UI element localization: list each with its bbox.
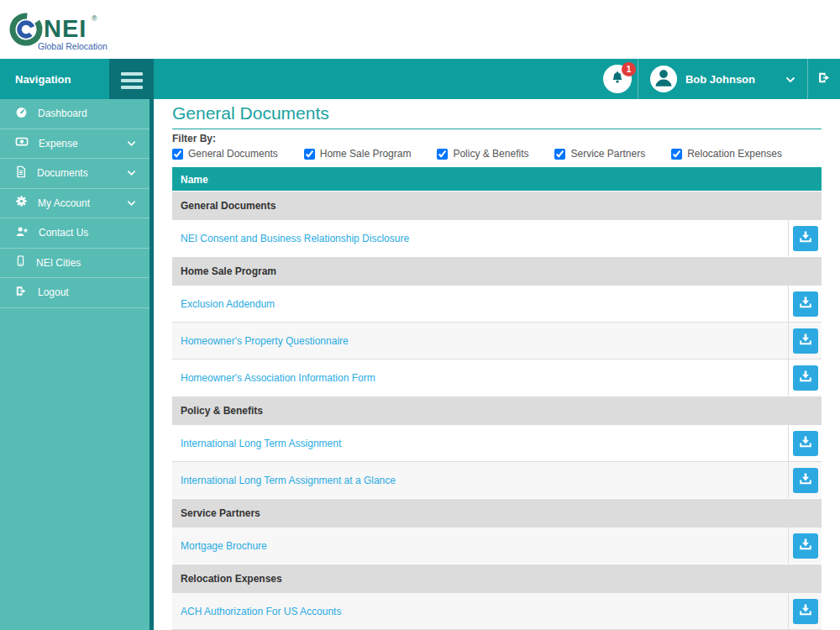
filter-item-policy-benefits: Policy & Benefits bbox=[437, 148, 528, 160]
sidebar-item-logout[interactable]: Logout bbox=[0, 278, 150, 308]
document-action-cell bbox=[788, 360, 822, 396]
sidebar-item-label: Logout bbox=[38, 286, 69, 298]
document-name-cell: International Long Term Assignment at a … bbox=[172, 462, 788, 498]
document-link[interactable]: International Long Term Assignment at a … bbox=[181, 475, 396, 486]
download-button[interactable] bbox=[793, 291, 818, 317]
filter-label: General Documents bbox=[188, 148, 278, 160]
dashboard-icon bbox=[15, 106, 28, 122]
document-action-cell bbox=[788, 462, 822, 498]
document-name-cell: Homeowner's Association Information Form bbox=[172, 360, 788, 396]
download-button[interactable] bbox=[793, 533, 818, 559]
filter-item-relocation-expenses: Relocation Expenses bbox=[671, 148, 782, 160]
filter-checkbox-policy-benefits[interactable] bbox=[437, 149, 448, 160]
group-row-policy-benefits: Policy & Benefits bbox=[172, 396, 822, 424]
sidebar-item-contact-us[interactable]: Contact Us bbox=[0, 218, 150, 249]
filter-item-general-documents: General Documents bbox=[172, 148, 278, 160]
download-button[interactable] bbox=[793, 431, 818, 456]
sidebar-item-label: NEI Cities bbox=[36, 257, 81, 269]
document-action-cell bbox=[788, 528, 822, 564]
filter-by-label: Filter By: bbox=[172, 133, 822, 144]
document-name-cell: Exclusion Addendum bbox=[172, 286, 788, 322]
avatar bbox=[650, 66, 677, 92]
filter-item-service-partners: Service Partners bbox=[554, 148, 645, 160]
group-row-service-partners: Service Partners bbox=[172, 498, 822, 527]
logout-button[interactable] bbox=[808, 59, 840, 99]
chevron-down-icon bbox=[785, 71, 795, 87]
sign-out-icon bbox=[817, 71, 832, 88]
sign-out-icon bbox=[15, 285, 28, 301]
sidebar-menu: DashboardExpenseDocumentsMy AccountConta… bbox=[0, 99, 150, 630]
filter-checkbox-home-sale-program[interactable] bbox=[304, 149, 315, 160]
document-link[interactable]: Mortgage Brochure bbox=[181, 540, 267, 552]
sidebar-item-label: My Account bbox=[38, 197, 90, 209]
table-body: General DocumentsNEI Consent and Busines… bbox=[172, 191, 822, 630]
chevron-down-icon bbox=[127, 170, 136, 176]
filter-item-home-sale-program: Home Sale Program bbox=[304, 148, 412, 160]
document-action-cell bbox=[788, 425, 822, 461]
document-row-international-long-term-assignment: International Long Term Assignment bbox=[172, 424, 822, 461]
document-row-nei-consent-and-business-relationship-disclosure: NEI Consent and Business Relationship Di… bbox=[172, 219, 822, 256]
document-link[interactable]: Homeowner's Association Information Form bbox=[181, 372, 375, 384]
document-link[interactable]: Homeowner's Property Questionnaire bbox=[181, 335, 349, 347]
user-name: Bob Johnson bbox=[685, 73, 755, 86]
expense-icon bbox=[15, 135, 29, 151]
download-button[interactable] bbox=[793, 226, 818, 251]
download-button[interactable] bbox=[793, 328, 818, 354]
chevron-down-icon bbox=[127, 200, 136, 207]
user-plus-icon bbox=[15, 225, 29, 241]
document-name-cell: Homeowner's Property Questionnaire bbox=[172, 323, 788, 359]
filter-checkbox-general-documents[interactable] bbox=[172, 149, 183, 160]
sidebar-item-nei-cities[interactable]: NEI Cities bbox=[0, 249, 150, 279]
download-icon bbox=[799, 230, 812, 246]
navigation-label: Navigation bbox=[0, 59, 109, 99]
svg-text:®: ® bbox=[92, 14, 97, 23]
sidebar-item-dashboard[interactable]: Dashboard bbox=[0, 99, 150, 129]
table-header-name: Name bbox=[172, 167, 822, 191]
download-button[interactable] bbox=[793, 365, 818, 391]
filter-checkbox-relocation-expenses[interactable] bbox=[671, 149, 682, 160]
document-link[interactable]: NEI Consent and Business Relationship Di… bbox=[181, 233, 409, 244]
document-action-cell bbox=[788, 220, 822, 256]
download-icon bbox=[799, 296, 812, 312]
download-button[interactable] bbox=[793, 599, 818, 624]
document-name-cell: International Long Term Assignment bbox=[172, 425, 788, 461]
sidebar-item-label: Contact Us bbox=[39, 227, 88, 239]
filter-label: Home Sale Program bbox=[320, 148, 412, 160]
main-content: General Documents Filter By: General Doc… bbox=[172, 99, 822, 630]
download-icon bbox=[799, 472, 812, 488]
download-button[interactable] bbox=[793, 468, 818, 493]
chevron-down-icon bbox=[127, 140, 136, 147]
group-row-home-sale-program: Home Sale Program bbox=[172, 256, 822, 285]
user-icon bbox=[653, 66, 675, 92]
document-link[interactable]: International Long Term Assignment bbox=[181, 438, 341, 449]
download-icon bbox=[799, 603, 812, 619]
group-row-general-documents: General Documents bbox=[172, 191, 822, 219]
filter-label: Relocation Expenses bbox=[687, 148, 782, 160]
document-row-international-long-term-assignment-at-a-glance: International Long Term Assignment at a … bbox=[172, 461, 822, 498]
sidebar-item-expense[interactable]: Expense bbox=[0, 129, 150, 160]
filter-checkbox-service-partners[interactable] bbox=[554, 149, 565, 160]
sidebar-edge-divider bbox=[150, 99, 154, 630]
sidebar-item-label: Documents bbox=[37, 167, 88, 179]
document-link[interactable]: ACH Authorization For US Accounts bbox=[181, 606, 341, 617]
hamburger-icon bbox=[121, 72, 143, 76]
document-name-cell: ACH Authorization For US Accounts bbox=[172, 593, 788, 629]
gear-icon bbox=[15, 195, 28, 211]
mobile-icon bbox=[15, 255, 26, 270]
hamburger-menu-button[interactable] bbox=[109, 59, 154, 102]
download-icon bbox=[799, 333, 812, 349]
user-menu[interactable]: Bob Johnson bbox=[638, 59, 807, 99]
nei-logo: NEI ® Global Relocation bbox=[7, 4, 116, 58]
document-link[interactable]: Exclusion Addendum bbox=[181, 298, 275, 310]
sidebar-item-label: Dashboard bbox=[38, 108, 87, 119]
document-row-homeowner-s-association-information-form: Homeowner's Association Information Form bbox=[172, 359, 822, 396]
sidebar-item-documents[interactable]: Documents bbox=[0, 159, 150, 189]
document-row-exclusion-addendum: Exclusion Addendum bbox=[172, 285, 822, 322]
document-row-mortgage-brochure: Mortgage Brochure bbox=[172, 527, 822, 564]
document-action-cell bbox=[788, 286, 822, 322]
download-icon bbox=[799, 370, 812, 386]
sidebar-item-my-account[interactable]: My Account bbox=[0, 189, 150, 219]
top-navbar: Navigation 1 Bob Johnson bbox=[0, 59, 840, 99]
notifications-button[interactable]: 1 bbox=[597, 59, 638, 99]
download-icon bbox=[799, 435, 812, 451]
